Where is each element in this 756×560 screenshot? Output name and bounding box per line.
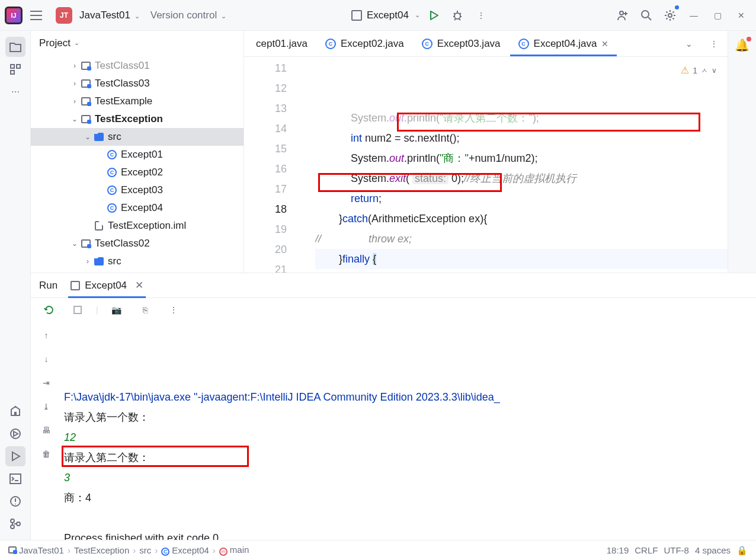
svg-point-12	[17, 522, 20, 526]
breadcrumbs[interactable]: JavaTest01›TestException›src›CExcept04›m…	[8, 545, 249, 556]
tree-item[interactable]: CExcept01	[31, 146, 244, 164]
file-icon	[71, 281, 80, 290]
code-editor[interactable]: 1112131415161718192021 ⚠1 ㅅ ∨ System.out…	[244, 57, 728, 273]
warning-icon: ⚠	[681, 60, 689, 81]
left-tool-rail: ⋯	[0, 31, 31, 540]
editor-tabs: cept01.javaCExcept02.javaCExcept03.javaC…	[244, 31, 728, 57]
tabs-more-icon[interactable]: ⋮	[704, 34, 724, 54]
tree-item[interactable]: CExcept03	[31, 181, 244, 199]
file-encoding[interactable]: UTF-8	[664, 545, 689, 555]
svg-rect-13	[74, 306, 81, 313]
terminal-tool-icon[interactable]	[5, 469, 25, 489]
svg-rect-6	[11, 71, 14, 74]
readonly-icon[interactable]: 🔒	[736, 545, 748, 556]
project-badge: JT	[56, 7, 72, 24]
run-title: Run	[39, 280, 57, 292]
print-icon[interactable]: 🖶	[36, 420, 56, 440]
close-icon[interactable]: ✕	[731, 5, 751, 25]
editor-tab[interactable]: CExcept03.java	[414, 31, 509, 56]
main-menu-icon[interactable]	[26, 5, 46, 25]
tree-item[interactable]: ⌄TestException	[31, 110, 244, 128]
run-panel-header: Run Except04✕	[31, 273, 756, 298]
tree-item[interactable]: ›TestClass03	[31, 75, 244, 92]
file-icon	[351, 10, 362, 21]
caret-position[interactable]: 18:19	[607, 545, 629, 555]
tree-item[interactable]: ›src	[31, 252, 244, 270]
tree-item[interactable]: CExcept04	[31, 199, 244, 217]
services-tool-icon[interactable]	[5, 424, 25, 444]
tree-item[interactable]: CExcept02	[31, 164, 244, 181]
svg-point-11	[11, 525, 14, 529]
settings-icon[interactable]	[660, 5, 680, 25]
editor-area: cept01.javaCExcept02.javaCExcept03.javaC…	[244, 31, 728, 273]
editor-tab[interactable]: cept01.java	[248, 31, 316, 56]
exit-icon[interactable]: ⎘	[135, 300, 155, 320]
editor-tab[interactable]: CExcept02.java	[317, 31, 412, 56]
tree-item[interactable]: ⌄src	[31, 128, 244, 146]
svg-rect-8	[10, 474, 21, 484]
down-icon[interactable]: ↓	[36, 349, 56, 369]
svg-point-10	[11, 519, 14, 523]
line-separator[interactable]: CRLF	[635, 545, 658, 555]
tree-item[interactable]: TestException.iml	[31, 217, 244, 235]
git-tool-icon[interactable]	[5, 514, 25, 534]
notifications-icon[interactable]: 🔔	[735, 38, 749, 273]
svg-point-3	[668, 14, 672, 17]
status-bar: JavaTest01›TestException›src›CExcept04›m…	[0, 540, 756, 560]
editor-code[interactable]: ⚠1 ㅅ ∨ System.out.println("请录入第二个数："); i…	[315, 57, 728, 273]
console-output[interactable]: F:\Java\jdk-17\bin\java.exe "-javaagent:…	[62, 322, 756, 540]
scroll-end-icon[interactable]: ⤓	[36, 396, 56, 417]
run-panel: Run Except04✕ | 📷 ⎘ ⋮ ↑ ↓ ⇥ ⤓ 🖶 🗑	[31, 273, 756, 540]
stop-icon[interactable]	[68, 300, 88, 320]
soft-wrap-icon[interactable]: ⇥	[36, 373, 56, 393]
more-tools-icon[interactable]: ⋯	[5, 82, 25, 102]
run-tool-icon[interactable]	[5, 446, 25, 466]
project-panel-header[interactable]: Project ⌄	[31, 31, 244, 56]
svg-rect-5	[17, 65, 20, 68]
run-nav-gutter: ↑ ↓ ⇥ ⤓ 🖶 🗑	[31, 322, 62, 540]
svg-rect-4	[11, 65, 14, 68]
project-selector[interactable]: JavaTest01 ⌄	[76, 9, 143, 21]
tree-item[interactable]: ›TestExample	[31, 92, 244, 110]
svg-point-1	[620, 11, 623, 15]
run-button[interactable]	[424, 5, 444, 25]
tabs-dropdown-icon[interactable]: ⌄	[679, 34, 699, 54]
run-more-icon[interactable]: ⋮	[164, 300, 184, 320]
minimize-icon[interactable]: —	[684, 5, 704, 25]
rerun-icon[interactable]	[39, 300, 59, 320]
tree-item[interactable]: ⌄TsetClass02	[31, 235, 244, 252]
editor-tab[interactable]: CExcept04.java✕	[510, 31, 617, 56]
debug-button[interactable]	[447, 5, 467, 25]
structure-tool-icon[interactable]	[5, 59, 25, 79]
build-tool-icon[interactable]	[5, 401, 25, 421]
collab-icon[interactable]	[613, 5, 633, 25]
editor-gutter: 1112131415161718192021	[244, 57, 315, 273]
svg-point-2	[642, 11, 649, 18]
project-panel: Project ⌄ ›TestClass01›TestClass03›TestE…	[31, 31, 244, 273]
maximize-icon[interactable]: ▢	[707, 5, 728, 25]
app-icon: IJ	[5, 7, 23, 24]
tree-item[interactable]: ›TestClass01	[31, 57, 244, 75]
trash-icon[interactable]: 🗑	[36, 444, 56, 464]
run-config-selector[interactable]: Except04 ⌄	[351, 9, 420, 21]
up-icon[interactable]: ↑	[36, 325, 56, 345]
indent-setting[interactable]: 4 spaces	[695, 545, 731, 555]
titlebar: IJ JT JavaTest01 ⌄ Version control ⌄ Exc…	[0, 0, 756, 31]
screenshot-icon[interactable]: 📷	[107, 300, 127, 320]
project-tool-icon[interactable]	[5, 37, 25, 57]
problems-tool-icon[interactable]	[5, 491, 25, 511]
run-config-tab[interactable]: Except04✕	[68, 273, 146, 297]
project-tree[interactable]: ›TestClass01›TestClass03›TestExample⌄Tes…	[31, 56, 244, 273]
inspection-widget[interactable]: ⚠1 ㅅ ∨	[681, 60, 717, 81]
search-icon[interactable]	[636, 5, 656, 25]
vcs-selector[interactable]: Version control ⌄	[147, 9, 230, 21]
right-rail: 🔔	[728, 31, 756, 273]
more-icon[interactable]: ⋮	[471, 5, 491, 25]
